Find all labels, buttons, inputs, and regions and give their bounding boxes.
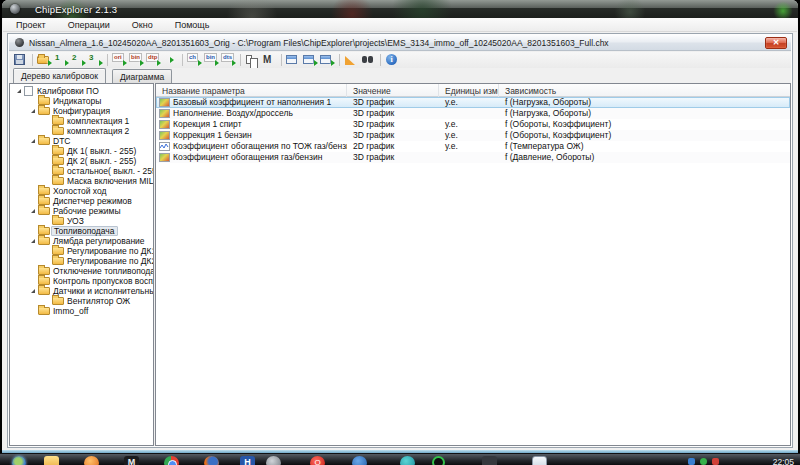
tray-icon[interactable]	[712, 458, 719, 465]
load-slot3-button[interactable]: 3	[87, 53, 103, 67]
tree-item-selected[interactable]: Топливоподача	[10, 226, 153, 236]
save-button[interactable]	[12, 53, 28, 67]
load-slot2-button[interactable]: 2	[70, 53, 86, 67]
diagram-button[interactable]	[343, 53, 359, 67]
tree-item[interactable]: Регулирование по ДК1	[10, 246, 153, 256]
chrome-icon[interactable]	[164, 456, 179, 465]
expander-icon[interactable]	[30, 206, 38, 216]
taskbar: M H O 22:05	[0, 453, 800, 465]
tree-item[interactable]: комплектация 2	[10, 126, 153, 136]
export-dts-button[interactable]: dts	[220, 53, 236, 67]
app-teal-icon[interactable]	[400, 456, 415, 465]
export-chx-button[interactable]: ch	[186, 53, 202, 67]
green-arrow-icon	[232, 60, 236, 66]
expander-icon[interactable]	[30, 236, 38, 246]
expander-icon[interactable]	[30, 106, 38, 116]
import-button[interactable]	[162, 53, 178, 67]
folder-icon	[52, 217, 64, 225]
import-dtp-button[interactable]: dtp	[145, 53, 161, 67]
tree-item[interactable]: Вентилятор ОЖ	[10, 296, 153, 306]
menu-operations[interactable]: Операции	[60, 19, 118, 31]
tree-item[interactable]: ДК 1( выкл. - 255)	[10, 146, 153, 156]
explorer-icon[interactable]	[44, 456, 59, 465]
app-orange-icon[interactable]	[84, 456, 99, 465]
window-icon	[286, 55, 297, 64]
tray-icon[interactable]	[700, 458, 707, 465]
app-m-icon[interactable]: M	[124, 456, 139, 465]
app-titlebar[interactable]: ChipExplorer 2.1.3	[2, 0, 798, 18]
tree-item[interactable]: Маска включения MIL	[10, 176, 153, 186]
table-row[interactable]: Коррекция 1 бензин 3D график у.е. f (Обо…	[156, 130, 790, 141]
tree-item[interactable]: остальное( выкл. - 255)	[10, 166, 153, 176]
window-export-button[interactable]	[319, 53, 335, 67]
col-dependency[interactable]: Зависимость	[499, 84, 790, 97]
search-button[interactable]	[360, 53, 376, 67]
tray-icon[interactable]	[688, 458, 695, 465]
green-arrow-icon	[99, 60, 103, 66]
toolbar: 1 2 3 ori bin dtp ch bin dts М i	[9, 52, 791, 68]
table-row[interactable]: Коэффициент обогащения газ/бензин 3D гра…	[156, 152, 790, 163]
load-slot1-button[interactable]: 1	[53, 53, 69, 67]
app-dark-icon[interactable]	[482, 456, 497, 465]
tree-item[interactable]: Лямбда регулирование	[10, 236, 153, 246]
table-row[interactable]: Корекция 1 спирт 3D график у.е. f (Оборо…	[156, 119, 790, 130]
taskbar-clock[interactable]: 22:05	[773, 457, 794, 465]
compare-button[interactable]: М	[261, 53, 277, 67]
new-window-button[interactable]	[285, 53, 301, 67]
import-bin-button[interactable]: bin	[128, 53, 144, 67]
tree-item[interactable]: Рабочие режимы	[10, 206, 153, 216]
tab-calibration-tree[interactable]: Дерево калибровок	[13, 68, 106, 83]
open-project-button[interactable]	[36, 53, 52, 67]
window-import-button[interactable]	[302, 53, 318, 67]
tree-item[interactable]: Калибровки ПО	[10, 86, 153, 96]
menu-project[interactable]: Проект	[8, 19, 54, 31]
menu-help[interactable]: Помощь	[167, 19, 218, 31]
export-bin-button[interactable]: bin	[203, 53, 219, 67]
col-value[interactable]: Значение	[347, 84, 439, 97]
menu-window[interactable]: Окно	[124, 19, 161, 31]
tree-item[interactable]: Immo_off	[10, 306, 153, 316]
tree-item[interactable]: Регулирование по ДК2	[10, 256, 153, 266]
import-ori-button[interactable]: ori	[111, 53, 127, 67]
tree-item[interactable]: комплектация 1	[10, 116, 153, 126]
tree-item[interactable]: DTC	[10, 136, 153, 146]
firefox-icon[interactable]	[204, 456, 219, 465]
table-row[interactable]: Базовый коэффициент от наполнения 1 3D г…	[156, 97, 790, 108]
expander-icon[interactable]	[16, 86, 24, 96]
tree-item[interactable]: Контроль пропусков воспламене	[10, 276, 153, 286]
folder-icon	[52, 247, 64, 255]
tree-item[interactable]: Отключение топливоподачи	[10, 266, 153, 276]
tree-item[interactable]: Датчики и исполнительные мех	[10, 286, 153, 296]
copy-button[interactable]	[244, 53, 260, 67]
folder-icon	[38, 267, 50, 275]
folder-icon	[38, 137, 50, 145]
opera-icon[interactable]: O	[310, 456, 325, 465]
tree-item[interactable]: Холостой ход	[10, 186, 153, 196]
binoculars-icon	[362, 56, 367, 63]
tab-diagram[interactable]: Диаграмма	[112, 69, 172, 83]
floppy-icon	[14, 54, 25, 65]
col-units[interactable]: Единицы изме...	[439, 84, 499, 97]
app-gray-icon[interactable]	[266, 456, 281, 465]
info-button[interactable]: i	[384, 53, 400, 67]
document-titlebar[interactable]: Nissan_Almera_1.6_10245020AA_8201351603_…	[9, 35, 791, 51]
3d-chart-icon	[159, 98, 170, 107]
tree-item[interactable]: УОЗ	[10, 216, 153, 226]
folder-icon	[38, 237, 50, 245]
green-ring-icon[interactable]	[432, 456, 445, 465]
expander-icon[interactable]	[30, 136, 38, 146]
tree-item[interactable]: ДК 2( выкл. - 255)	[10, 156, 153, 166]
close-icon[interactable]: ✕	[765, 37, 787, 49]
table-row[interactable]: Наполнение. Воздух/дроссель 3D график f …	[156, 108, 790, 119]
expander-icon[interactable]	[30, 286, 38, 296]
table-row[interactable]: Коэффициент обогащения по ТОЖ газ/бензин…	[156, 141, 790, 152]
tree-item[interactable]: Индикаторы	[10, 96, 153, 106]
app-h-icon[interactable]: H	[240, 456, 255, 465]
green-arrow-icon	[140, 60, 144, 66]
start-orb-icon[interactable]	[12, 456, 26, 465]
window-task-icon[interactable]	[532, 456, 547, 465]
tree-item[interactable]: Конфигурация	[10, 106, 153, 116]
tree-item[interactable]: Диспетчер режимов	[10, 196, 153, 206]
app-blue-icon[interactable]	[352, 456, 367, 465]
col-name[interactable]: Название параметра	[156, 84, 347, 97]
